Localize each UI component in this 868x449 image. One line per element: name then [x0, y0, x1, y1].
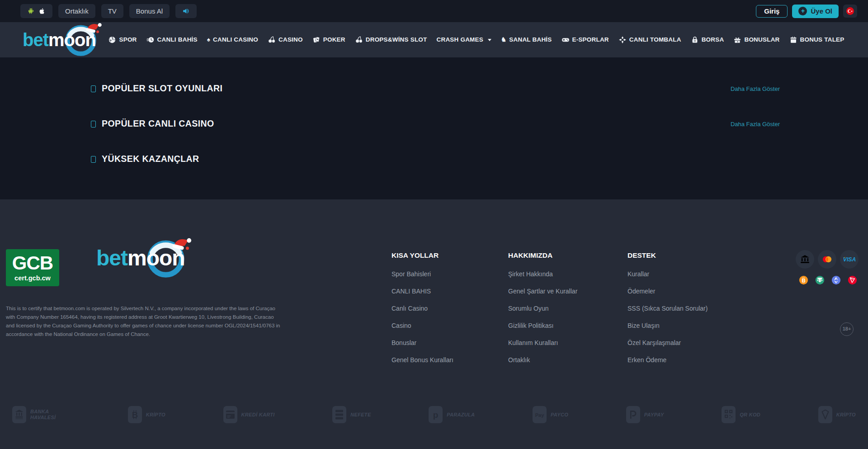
signup-label: Üye Ol [811, 8, 832, 14]
topbar-mobile-apps-button[interactable] [20, 4, 52, 18]
betmoon-logo[interactable]: betmoon [23, 31, 99, 49]
footer-link-kurallar[interactable]: Kurallar [627, 271, 708, 277]
tile-list-icon [332, 406, 346, 423]
footer-link-sorumlu-oyun[interactable]: Sorumlu Oyun [508, 305, 577, 312]
megaphone-icon [182, 7, 190, 15]
footer-link-zel-kar-la-malar[interactable]: Özel Karşılaşmalar [627, 340, 708, 346]
section-title: POPÜLER CANLI CASINO [102, 119, 214, 128]
signup-button[interactable]: + Üye Ol [792, 5, 839, 18]
age-18-badge: 18+ [840, 322, 854, 336]
section-yuksek-kazanclar: YÜKSEK KAZANÇLAR [91, 149, 780, 169]
nav-item-bonus-talep[interactable]: BONUS TALEP [789, 36, 844, 44]
payment-methods-strip: BANKA HAVALESİBKRİPTOKREDİ KARTINEFETEpP… [0, 401, 868, 428]
payment-method-kredi-karti-2: KREDİ KARTI [223, 406, 275, 423]
nav-item-borsa[interactable]: BBORSA [691, 36, 724, 44]
payment-method-paypay-6: PAYPAY [626, 406, 664, 423]
topbar-ortaklik-label: Ortaklık [65, 8, 89, 14]
cherries-icon [355, 36, 363, 44]
payment-method-label: KRİPTO [146, 412, 165, 418]
playing-cards-icon [312, 36, 321, 44]
footer-link-irket-hakk-nda[interactable]: Şirket Hakkında [508, 271, 577, 277]
nav-item-label: BONUS TALEP [800, 37, 844, 43]
gcb-license-badge[interactable]: GCB cert.gcb.cw [6, 249, 59, 286]
nav-item-label: SPOR [119, 37, 137, 43]
nav-item-canli-casino[interactable]: ♠CANLI CASINO [207, 37, 258, 43]
tron-icon [848, 275, 857, 285]
padlock-icon: B [691, 36, 699, 44]
tile-tron-icon [818, 406, 832, 423]
payment-icons-row1: VISA [796, 250, 859, 269]
gcb-title: GCB [12, 254, 53, 273]
tile-bank-icon [12, 406, 26, 423]
main-navigation: betmoon SPORCANLI BAHİS♠CANLI CASINOCASI… [0, 22, 868, 57]
bitcoin-icon: B [799, 275, 808, 285]
logo-bet-text: bet [23, 30, 48, 50]
payment-method-payco-5: PayPAYCO [533, 406, 568, 423]
svg-text:B: B [694, 40, 695, 42]
topbar-tv-button[interactable]: TV [101, 4, 123, 18]
footer-link-gizlilik-politikas[interactable]: Gizlilik Politikası [508, 322, 577, 329]
android-icon [27, 7, 35, 15]
show-more-link[interactable]: Daha Fazla Göster [731, 86, 780, 92]
nav-item-e-sporlar[interactable]: E-SPORLAR [561, 36, 609, 44]
topbar-announcements-button[interactable] [175, 4, 197, 18]
topbar-left-buttons: OrtaklıkTVBonus Al [20, 4, 197, 18]
nav-item-label: BORSA [702, 37, 724, 43]
footer-link-genel-bonus-kurallar[interactable]: Genel Bonus Kuralları [392, 357, 453, 363]
footer-link-canl-casino[interactable]: Canlı Casino [392, 305, 453, 312]
footer-link-bonuslar[interactable]: Bonuslar [392, 340, 453, 346]
svg-text:p: p [433, 410, 439, 420]
nav-item-label: DROPS&WİNS SLOT [366, 37, 427, 43]
betmoon-footer-logo: betmoon [96, 247, 189, 269]
spade-icon: ♠ [207, 37, 210, 43]
footer-link-spor-bahisleri[interactable]: Spor Bahisleri [392, 271, 453, 277]
svg-text:B: B [802, 278, 806, 283]
footer-column-hakkimizda: HAKKIMIZDAŞirket HakkındaGenel Şartlar v… [508, 252, 577, 374]
show-more-link[interactable]: Daha Fazla Göster [731, 121, 780, 127]
payment-method-label: PARAZULA [447, 412, 475, 418]
section-marker-icon [91, 121, 96, 128]
footer-link-demeler[interactable]: Ödemeler [627, 288, 708, 294]
footer-link-bize-ula-n[interactable]: Bize Ulaşın [627, 322, 708, 329]
nav-item-sanal-bahi-s[interactable]: ♞SANAL BAHİS [501, 37, 552, 43]
topbar-ortaklik-button[interactable]: Ortaklık [58, 4, 95, 18]
payment-method-label: KREDİ KARTI [241, 412, 275, 418]
footer-link-erken-deme[interactable]: Erken Ödeme [627, 357, 708, 363]
nav-item-poker[interactable]: POKER [312, 36, 345, 44]
gift-icon [733, 36, 741, 44]
chess-knight-icon: ♞ [501, 37, 506, 43]
nav-item-crash-games[interactable]: CRASH GAMES [437, 37, 491, 43]
betmoon-footer-logo-link[interactable]: betmoon [96, 247, 189, 269]
footer-link-kullan-m-kurallar[interactable]: Kullanım Kuralları [508, 340, 577, 346]
bonus-box-icon [789, 36, 797, 44]
nav-item-casino[interactable]: CASINO [268, 36, 303, 44]
footer-link-genel-artlar-ve-kurallar[interactable]: Genel Şartlar ve Kurallar [508, 288, 577, 294]
content-area: POPÜLER SLOT OYUNLARIDaha Fazla GösterPO… [0, 57, 868, 199]
nav-item-spor[interactable]: SPOR [108, 36, 137, 44]
payment-method-kri-pto-1: BKRİPTO [128, 406, 165, 423]
footer-link-canli-bahis[interactable]: CANLI BAHIS [392, 288, 453, 294]
logo-bet-text: bet [96, 246, 127, 270]
nav-item-canli-bahi-s[interactable]: CANLI BAHİS [146, 36, 198, 44]
nav-item-canli-tombala[interactable]: CANLI TOMBALA [618, 36, 681, 44]
section-header: YÜKSEK KAZANÇLAR [91, 155, 199, 164]
language-flag-button[interactable] [843, 5, 857, 18]
section-title: POPÜLER SLOT OYUNLARI [102, 84, 222, 93]
nav-item-bonuslar[interactable]: BONUSLAR [733, 36, 779, 44]
footer-column-title: HAKKIMIZDA [508, 252, 577, 259]
payment-method-parazula-4: pPARAZULA [429, 406, 475, 423]
section-header: POPÜLER SLOT OYUNLARI [91, 84, 222, 93]
nav-item-drops-wi-ns-slot[interactable]: DROPS&WİNS SLOT [355, 36, 427, 44]
tile-p-icon: p [429, 406, 443, 423]
payment-method-label: BANKA HAVALESİ [30, 409, 70, 420]
payment-method-label: PAYCO [551, 412, 568, 418]
footer: GCB cert.gcb.cw betmoon This is to certi… [0, 199, 868, 449]
footer-link-ortakl-k[interactable]: Ortaklık [508, 357, 577, 363]
topbar-bonus-al-button[interactable]: Bonus Al [129, 4, 170, 18]
section-title: YÜKSEK KAZANÇLAR [102, 155, 199, 164]
login-button[interactable]: Giriş [756, 5, 788, 18]
footer-link-casino[interactable]: Casino [392, 322, 453, 329]
santa-hat-icon [85, 20, 104, 36]
footer-link-sss-s-kca-sorulan-sorular[interactable]: SSS (Sıkca Sorulan Sorular) [627, 305, 708, 312]
turkish-flag-icon [846, 7, 854, 15]
